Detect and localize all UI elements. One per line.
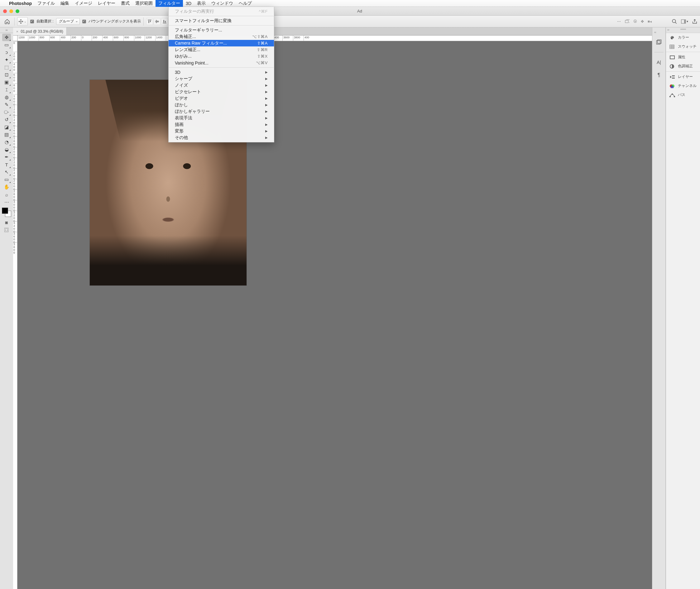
zoom-window-button[interactable] [16,9,19,13]
mac-menubar: Photoshop ファイル編集イメージレイヤー書式選択範囲フィルター3D表示ウ… [0,0,372,7]
ruler-mark: 2800 [13,189,17,200]
menu-item[interactable]: ゆがみ...⇧⌘X [169,53,274,59]
menubar-item-6[interactable]: フィルター [156,0,183,7]
menubar-item-7[interactable]: 3D [183,0,194,7]
lasso-tool[interactable]: ɔ [2,49,11,56]
align-bottom-button[interactable] [161,18,168,25]
menu-item[interactable]: スマートフィルター用に変換 [169,17,274,24]
svg-rect-4 [156,20,157,23]
svg-rect-0 [148,20,152,20]
align-vcenter-button[interactable] [154,18,161,25]
menu-item[interactable]: レンズ補正...⇧⌘R [169,46,274,53]
show-bbox-checkbox[interactable] [82,20,86,23]
path-select-tool[interactable]: ↖ [2,168,11,176]
dodge-tool[interactable]: ◒ [2,146,11,153]
show-bbox-label: バウンディングボックスを表示 [89,19,141,24]
ruler-mark: 2200 [13,158,17,168]
menu-item[interactable]: 表現手法 [169,115,274,121]
ruler-mark: 200 [92,35,102,41]
ruler-mark: 1000 [134,35,145,41]
ruler-mark: 1200 [13,105,17,115]
magic-wand-tool[interactable]: ✦ [2,56,11,63]
menu-item[interactable]: シャープ [169,75,274,82]
screen-mode-button[interactable]: ⿴ [2,226,11,234]
menu-item[interactable]: ピクセレート [169,88,274,95]
document-tab-label: 01.psd @ 33.3% (RGB/8) [21,29,63,34]
menubar-item-8[interactable]: 表示 [194,0,208,7]
menubar-item-5[interactable]: 選択範囲 [133,0,156,7]
svg-rect-5 [157,21,158,22]
ruler-mark: 400 [102,35,113,41]
close-window-button[interactable] [3,9,7,13]
menu-item[interactable]: Vanishing Point...⌥⌘V [169,59,274,66]
ruler-origin[interactable] [13,35,17,41]
auto-select-checkbox[interactable] [30,20,34,23]
close-tab-icon[interactable]: × [16,30,18,33]
menu-item[interactable]: 3D [169,69,274,75]
foreground-background-swatch[interactable] [1,207,12,217]
home-button[interactable] [2,17,12,26]
menu-item[interactable]: ノイズ [169,82,274,88]
ruler-mark: 1400 [13,115,17,126]
auto-select-label: 自動選択 : [36,19,54,24]
brush-tool[interactable]: ✎ [2,101,11,109]
marquee-tool[interactable]: ▭ [2,41,11,49]
svg-rect-2 [150,21,151,22]
menubar-item-10[interactable]: ヘルプ [236,0,254,7]
menubar-item-2[interactable]: イメージ [72,0,95,7]
auto-select-target-select[interactable]: グループ [56,18,80,25]
zoom-tool[interactable]: ⌕ [2,191,11,198]
menu-item[interactable]: ビデオ [169,95,274,102]
menu-item[interactable]: フィルターギャラリー... [169,27,274,33]
menu-item[interactable]: その他 [169,134,274,141]
pen-tool[interactable]: ✒ [2,153,11,161]
divider [143,17,144,26]
frame-tool[interactable]: ▣ [2,78,11,86]
ruler-mark: 200 [13,52,17,62]
rectangle-tool[interactable]: ▭ [2,176,11,183]
patch-tool[interactable]: ◍ [2,93,11,101]
ruler-mark: 3800 [13,242,17,253]
eraser-tool[interactable]: ◪ [2,124,11,131]
ruler-vertical[interactable]: 0200400600800100012001400160018002000220… [13,41,17,313]
tools-panel: ✥▭ɔ✦⬚⊡▣𝙸◍✎⧃↺◪▤◔◒✒T↖▭✋⌕⋯◙⿴ [0,33,13,313]
menu-item[interactable]: Camera Raw フィルター...⇧⌘A [169,40,274,46]
menu-item[interactable]: 変形 [169,128,274,134]
ruler-mark: 1200 [145,35,155,41]
eyedropper-tool[interactable]: 𝙸 [2,86,11,93]
quick-mask-button[interactable]: ◙ [2,219,11,226]
align-top-button[interactable] [146,18,153,25]
type-tool[interactable]: T [2,161,11,168]
menu-item[interactable]: 描画 [169,121,274,128]
move-tool-indicator[interactable]: ⌄ [17,17,28,26]
object-select-tool[interactable]: ⬚ [2,63,11,71]
ruler-mark: 400 [13,62,17,73]
menubar-item-0[interactable]: ファイル [35,0,58,7]
menu-item[interactable]: ぼかし [169,102,274,108]
menu-item[interactable]: 広角補正...⌥⇧⌘A [169,33,274,40]
stamp-tool[interactable]: ⧃ [2,109,11,116]
ruler-mark: 1000 [28,35,39,41]
gradient-tool[interactable]: ▤ [2,131,11,138]
more-tool[interactable]: ⋯ [2,198,11,206]
menubar-item-1[interactable]: 編集 [58,0,72,7]
hand-tool[interactable]: ✋ [2,183,11,191]
menu-item[interactable]: ぼかしギャラリー [169,108,274,115]
menubar-item-3[interactable]: レイヤー [95,0,118,7]
ruler-mark: 400 [304,35,314,41]
menubar-app[interactable]: Photoshop [6,0,35,7]
history-brush-tool[interactable]: ↺ [2,116,11,124]
document-tab[interactable]: × 01.psd @ 33.3% (RGB/8) [13,27,67,35]
ruler-mark: 200 [70,35,81,41]
blur-tool[interactable]: ◔ [2,138,11,146]
ruler-mark: 0 [81,35,92,41]
ruler-mark: 1000 [13,94,17,105]
divider [14,17,15,26]
crop-tool[interactable]: ⊡ [2,71,11,78]
svg-rect-6 [163,23,166,23]
minimize-window-button[interactable] [9,9,13,13]
menubar-item-9[interactable]: ウィンドウ [208,0,236,7]
move-tool[interactable]: ✥ [2,34,11,41]
menubar-item-4[interactable]: 書式 [118,0,133,7]
toolbox-collapse-handle[interactable]: ›› [0,27,13,33]
